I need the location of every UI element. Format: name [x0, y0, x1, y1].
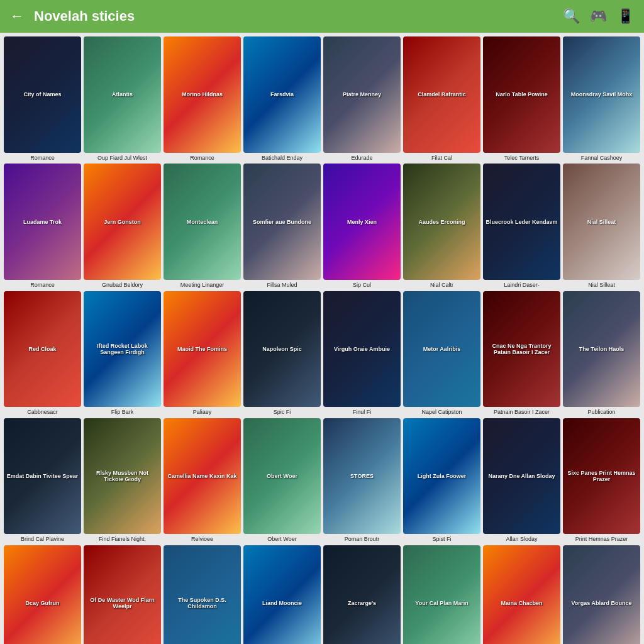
list-item[interactable]: Liand MoonciePhanade Borient Ponson	[243, 545, 321, 644]
list-item[interactable]: Cnac Ne Nga Trantory Patain Basoir I Zac…	[483, 291, 560, 416]
book-cover-image: Atlantis	[84, 36, 161, 153]
list-item[interactable]: Ifted Rocket Labok Sangeen FirdighFlip B…	[84, 291, 161, 416]
list-item[interactable]: Luadame TrokRomance	[4, 164, 81, 288]
list-item[interactable]: Dcay GufrunBape Bars	[4, 545, 81, 644]
book-cover-image: Monteclean	[164, 164, 241, 280]
header: ← Novelah sticies 🔍 🎮 📱	[0, 0, 644, 33]
book-cover-image: Zacrarge's	[323, 545, 401, 644]
book-cover-image: Vorgas Ablard Bounce	[563, 545, 640, 644]
book-grid: City of NamesRomanceAtlantisOup Fiard Ju…	[0, 33, 644, 644]
list-item[interactable]: Narany Dne Allan SlodayAllan Sloday	[483, 418, 560, 543]
list-item[interactable]: Zacrarge'sAde Tasber	[323, 545, 401, 644]
list-item[interactable]: City of NamesRomance	[4, 36, 81, 161]
list-item[interactable]: Piatre MenneyEdurade	[323, 36, 401, 161]
list-item[interactable]: Napoleon SpicSpic Fi	[243, 291, 321, 416]
list-item[interactable]: Moonsdray Savil MohxFannal Cashoey	[563, 36, 640, 161]
book-title-label: Spic Fi	[243, 409, 321, 416]
search-icon[interactable]: 🔍	[563, 8, 580, 25]
book-cover-image: Sixc Panes Print Hemnas Prazer	[563, 418, 640, 535]
book-cover-image: Farsdvia	[243, 36, 321, 153]
list-item[interactable]: Emdat Dabin Tivitee SpearBrind Cal Plavi…	[4, 418, 81, 543]
book-title-label: Edurade	[323, 155, 401, 162]
book-cover-image: Somfier aue Bundone	[243, 164, 321, 280]
book-cover-image: Narlo Table Powine	[483, 36, 560, 153]
book-title-label: Find Fianels Night;	[84, 536, 161, 543]
list-item[interactable]: Obert WoerObert Woer	[243, 418, 321, 543]
list-item[interactable]: Jern GonstonGnubad Beldory	[84, 164, 161, 288]
book-cover-image: Maoid The Fomins	[164, 291, 241, 408]
app-title: Novelah sticies	[34, 8, 553, 25]
book-cover-image: Rlsky Mussben Not Tickoie Giody	[84, 418, 161, 535]
book-cover-image: Moonsdray Savil Mohx	[563, 36, 640, 153]
list-item[interactable]: Red CloakCabbnesacr	[4, 291, 81, 416]
book-cover-image: Your Cal Plan Marin	[403, 545, 480, 644]
book-cover-image: Narany Dne Allan Sloday	[483, 418, 560, 535]
list-item[interactable]: Aaudes ErconingNial Caltr	[403, 164, 480, 288]
list-item[interactable]: Menly XienSip Cul	[323, 164, 401, 288]
book-title-label: Cabbnesacr	[4, 409, 81, 416]
book-title-label: Gnubad Beldory	[84, 282, 161, 289]
book-cover-image: Nial Silleat	[563, 164, 640, 280]
list-item[interactable]: The Supoken D.S. ChildsmonAdooldde and S…	[164, 545, 241, 644]
book-cover-image: Maina Chacben	[483, 545, 560, 644]
list-item[interactable]: Rlsky Mussben Not Tickoie GiodyFind Fian…	[84, 418, 161, 543]
list-item[interactable]: STORESPoman Broutr	[323, 418, 401, 543]
book-cover-image: Clamdel Rafrantic	[403, 36, 480, 153]
list-item[interactable]: Somfier aue BundoneFillsa Muled	[243, 164, 321, 288]
book-cover-image: Liand Mooncie	[243, 545, 321, 644]
book-title-label: Batichald Enday	[243, 155, 321, 162]
list-item[interactable]: Light Zula FoowerSpist Fi	[403, 418, 480, 543]
list-item[interactable]: FarsdviaBatichald Enday	[243, 36, 321, 161]
list-item[interactable]: Vorgas Ablard BounceBounce	[563, 545, 640, 644]
list-item[interactable]: Your Cal Plan MarinPriny Buomies	[403, 545, 480, 644]
list-item[interactable]: The Teilon HaolsPublication	[563, 291, 640, 416]
app-container: ← Novelah sticies 🔍 🎮 📱 City of NamesRom…	[0, 0, 644, 644]
book-title-label: Romance	[4, 155, 81, 162]
back-button[interactable]: ←	[10, 8, 24, 25]
book-cover-image: Cnac Ne Nga Trantory Patain Basoir I Zac…	[483, 291, 560, 408]
book-title-label: Brind Cal Plavine	[4, 536, 81, 543]
list-item[interactable]: Metor AalribisNapel Catipston	[403, 291, 480, 416]
list-item[interactable]: Sixc Panes Print Hemnas PrazerPrint Hemn…	[563, 418, 640, 543]
book-cover-image: Aaudes Erconing	[403, 164, 480, 280]
book-cover-image: STORES	[323, 418, 401, 535]
book-title-label: Romance	[164, 155, 241, 162]
book-title-label: Paliaey	[164, 409, 241, 416]
list-item[interactable]: Bluecrook Leder KendavmLaindri Daser-	[483, 164, 560, 288]
list-item[interactable]: Camellia Name Kaxin KakRelvioee	[164, 418, 241, 543]
book-title-label: Fannal Cashoey	[563, 155, 640, 162]
book-title-label: Meeting Linanger	[164, 282, 241, 289]
list-item[interactable]: Clamdel RafranticFilat Cal	[403, 36, 480, 161]
device-icon[interactable]: 📱	[617, 8, 634, 25]
book-title-label: Relvioee	[164, 536, 241, 543]
book-title-label: Spist Fi	[403, 536, 480, 543]
book-cover-image: Morino Hildnas	[164, 36, 241, 153]
book-title-label: Romance	[4, 282, 81, 289]
book-title-label: Nial Caltr	[403, 282, 480, 289]
book-title-label: Napel Catipston	[403, 409, 480, 416]
list-item[interactable]: MontecleanMeeting Linanger	[164, 164, 241, 288]
book-title-label: Flip Bark	[84, 409, 161, 416]
list-item[interactable]: Maoid The FominsPaliaey	[164, 291, 241, 416]
list-item[interactable]: Maina ChacbenThinb Cheence Papiler	[483, 545, 560, 644]
list-item[interactable]: AtlantisOup Fiard Jul Wlest	[84, 36, 161, 161]
book-cover-image: Napoleon Spic	[243, 291, 321, 408]
book-title-label: Finul Fi	[323, 409, 401, 416]
book-title-label: Telec Tamerts	[483, 155, 560, 162]
list-item[interactable]: Morino HildnasRomance	[164, 36, 241, 161]
list-item[interactable]: Narlo Table PowineTelec Tamerts	[483, 36, 560, 161]
book-title-label: Oup Fiard Jul Wlest	[84, 155, 161, 162]
game-icon[interactable]: 🎮	[590, 8, 607, 25]
book-title-label: Sip Cul	[323, 282, 401, 289]
book-cover-image: The Teilon Haols	[563, 291, 640, 408]
book-cover-image: Of De Waster Wod Flarn Weelpr	[84, 545, 161, 644]
book-cover-image: Ifted Rocket Labok Sangeen Firdigh	[84, 291, 161, 408]
list-item[interactable]: Of De Waster Wod Flarn WeelprFlarn Weelp…	[84, 545, 161, 644]
book-title-label: Allan Sloday	[483, 536, 560, 543]
book-cover-image: Red Cloak	[4, 291, 81, 408]
book-title-label: Filat Cal	[403, 155, 480, 162]
list-item[interactable]: Nial SilleatNial Silleat	[563, 164, 640, 288]
book-cover-image: Bluecrook Leder Kendavm	[483, 164, 560, 280]
list-item[interactable]: Virguh Oraie AmbuieFinul Fi	[323, 291, 401, 416]
book-title-label: Poman Broutr	[323, 536, 401, 543]
